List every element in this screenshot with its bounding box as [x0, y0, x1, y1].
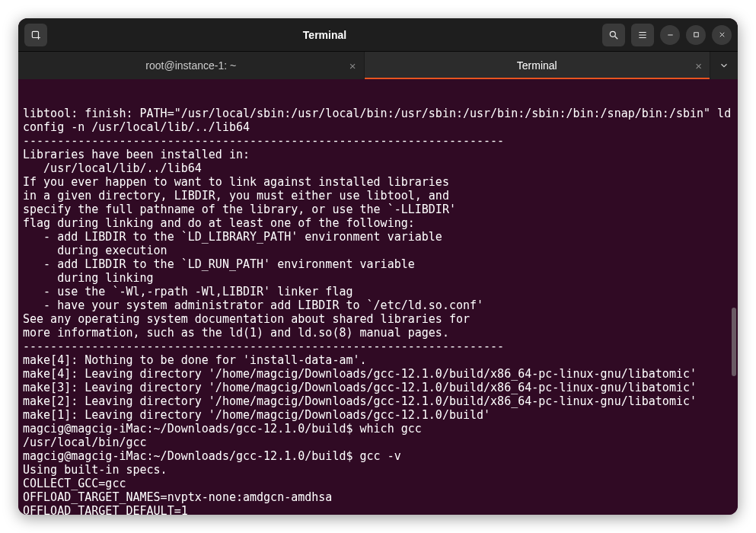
terminal-line: OFFLOAD_TARGET_DEFAULT=1	[23, 504, 733, 515]
terminal-line: OFFLOAD_TARGET_NAMES=nvptx-none:amdgcn-a…	[23, 490, 733, 504]
titlebar: Terminal	[18, 18, 738, 52]
scrollbar-thumb[interactable]	[732, 308, 736, 376]
tab-close-icon[interactable]: ×	[695, 60, 702, 72]
svg-rect-0	[32, 31, 38, 37]
terminal-line: during linking	[23, 271, 733, 285]
terminal-line: make[3]: Leaving directory '/home/magcig…	[23, 381, 733, 394]
terminal-line: ----------------------------------------…	[23, 134, 733, 148]
tab-close-icon[interactable]: ×	[349, 60, 356, 72]
terminal-line: ----------------------------------------…	[23, 340, 733, 353]
svg-point-3	[610, 31, 615, 37]
tab-label: root@instance-1: ~	[145, 59, 236, 72]
tabbar: root@instance-1: ~ × Terminal ×	[18, 52, 738, 79]
terminal-line: more information, such as the ld(1) and …	[23, 326, 733, 340]
terminal-line: Libraries have been installed in:	[23, 148, 733, 161]
tab-root-instance[interactable]: root@instance-1: ~ ×	[18, 52, 365, 79]
terminal-line: - use the `-Wl,-rpath -Wl,LIBDIR' linker…	[23, 285, 733, 298]
terminal-line: magcig@magcig-iMac:~/Downloads/gcc-12.1.…	[23, 422, 733, 436]
terminal-line: make[1]: Leaving directory '/home/magcig…	[23, 408, 733, 422]
tab-label: Terminal	[517, 59, 557, 72]
terminal-line: - have your system administrator add LIB…	[23, 298, 733, 312]
tab-terminal[interactable]: Terminal ×	[365, 52, 711, 79]
terminal-window: Terminal root@instance-1: ~ × Termi	[18, 18, 738, 515]
minimize-button[interactable]	[660, 25, 680, 45]
svg-line-4	[615, 36, 618, 39]
tab-dropdown-button[interactable]	[710, 52, 738, 79]
terminal-line: COLLECT_GCC=gcc	[23, 477, 733, 490]
maximize-button[interactable]	[686, 25, 706, 45]
terminal-line: make[4]: Nothing to be done for 'install…	[23, 353, 733, 367]
terminal-line: make[4]: Leaving directory '/home/magcig…	[23, 367, 733, 381]
terminal-line: See any operating system documentation a…	[23, 312, 733, 326]
terminal-line: during execution	[23, 244, 733, 257]
terminal-line: libtool: finish: PATH="/usr/local/sbin:/…	[23, 107, 733, 134]
close-button[interactable]	[712, 25, 732, 45]
terminal-line: - add LIBDIR to the `LD_LIBRARY_PATH' en…	[23, 230, 733, 244]
terminal-line: make[2]: Leaving directory '/home/magcig…	[23, 394, 733, 408]
terminal-line: - add LIBDIR to the `LD_RUN_PATH' enviro…	[23, 257, 733, 271]
terminal-line: /usr/local/bin/gcc	[23, 436, 733, 449]
terminal-line: /usr/local/lib/../lib64	[23, 161, 733, 175]
svg-rect-9	[694, 33, 698, 37]
terminal-line: Using built-in specs.	[23, 463, 733, 477]
hamburger-menu-button[interactable]	[631, 24, 654, 46]
terminal-line: flag during linking and do at least one …	[23, 216, 733, 230]
window-title: Terminal	[53, 29, 596, 41]
new-tab-button[interactable]	[24, 24, 47, 46]
terminal-line: magcig@magcig-iMac:~/Downloads/gcc-12.1.…	[23, 449, 733, 463]
terminal-line: If you ever happen to want to link again…	[23, 175, 733, 189]
terminal-line: in a given directory, LIBDIR, you must e…	[23, 189, 733, 203]
terminal-output[interactable]: libtool: finish: PATH="/usr/local/sbin:/…	[18, 79, 738, 515]
search-button[interactable]	[602, 24, 625, 46]
terminal-line: specify the full pathname of the library…	[23, 203, 733, 216]
